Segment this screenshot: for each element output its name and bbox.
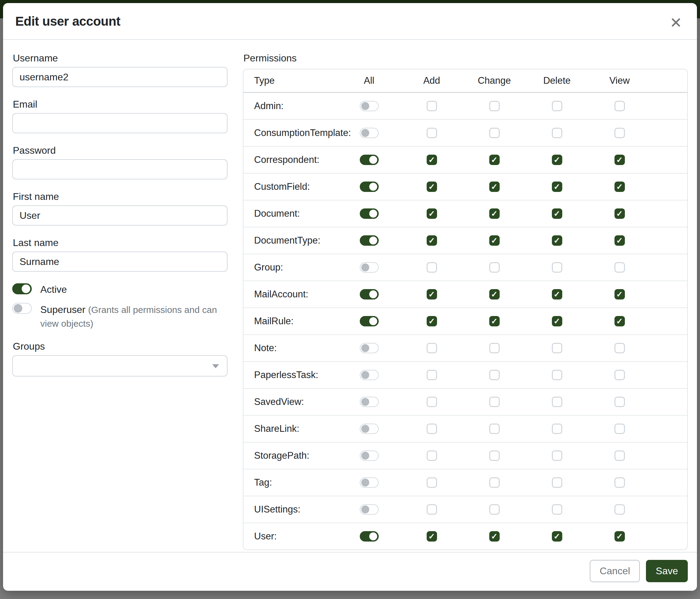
permission-change-checkbox[interactable] <box>489 504 500 514</box>
permission-view-checkbox[interactable] <box>615 477 625 488</box>
permission-add-checkbox[interactable] <box>427 235 437 246</box>
permission-add-checkbox[interactable] <box>427 262 437 272</box>
cancel-button[interactable]: Cancel <box>590 560 640 582</box>
permission-change-checkbox[interactable] <box>489 101 500 111</box>
permission-delete-checkbox[interactable] <box>552 209 562 219</box>
permission-all-toggle[interactable] <box>360 531 379 542</box>
permission-all-toggle[interactable] <box>360 209 379 219</box>
permission-all-toggle[interactable] <box>360 262 379 272</box>
permission-view-checkbox[interactable] <box>615 154 625 165</box>
permission-change-checkbox[interactable] <box>489 262 500 272</box>
permission-all-toggle[interactable] <box>360 235 379 246</box>
permission-delete-checkbox[interactable] <box>552 262 562 272</box>
permission-all-toggle[interactable] <box>360 343 379 353</box>
permission-change-checkbox[interactable] <box>489 209 500 219</box>
permission-add-checkbox[interactable] <box>427 343 437 353</box>
permission-view-checkbox[interactable] <box>615 397 625 407</box>
permission-view-checkbox[interactable] <box>615 451 625 461</box>
permission-delete-checkbox[interactable] <box>552 154 562 165</box>
permission-type-label: ShareLink: <box>254 423 338 434</box>
permission-add-checkbox[interactable] <box>427 451 437 461</box>
permission-all-toggle[interactable] <box>360 154 379 165</box>
permission-change-checkbox[interactable] <box>489 424 500 434</box>
permission-delete-checkbox[interactable] <box>552 128 562 138</box>
permission-delete-checkbox[interactable] <box>552 101 562 111</box>
permission-delete-checkbox[interactable] <box>552 504 562 514</box>
permission-add-checkbox[interactable] <box>427 154 437 165</box>
permission-change-checkbox[interactable] <box>489 477 500 488</box>
permission-delete-checkbox[interactable] <box>552 531 562 542</box>
permission-view-checkbox[interactable] <box>615 289 625 300</box>
permission-delete-checkbox[interactable] <box>552 477 562 488</box>
permission-change-checkbox[interactable] <box>489 451 500 461</box>
permission-delete-checkbox[interactable] <box>552 424 562 434</box>
permission-view-checkbox[interactable] <box>615 343 625 353</box>
permission-delete-checkbox[interactable] <box>552 343 562 353</box>
permission-all-toggle[interactable] <box>360 424 379 434</box>
save-button[interactable]: Save <box>646 560 688 582</box>
permission-add-checkbox[interactable] <box>427 289 437 300</box>
permission-all-toggle[interactable] <box>360 128 379 138</box>
permission-add-checkbox[interactable] <box>427 209 437 219</box>
permission-change-checkbox[interactable] <box>489 316 500 327</box>
permission-add-checkbox[interactable] <box>427 370 437 380</box>
permission-all-toggle[interactable] <box>360 289 379 300</box>
permission-view-checkbox[interactable] <box>615 235 625 246</box>
permission-change-checkbox[interactable] <box>489 154 500 165</box>
permission-delete-checkbox[interactable] <box>552 289 562 300</box>
permission-view-checkbox[interactable] <box>615 531 625 542</box>
permission-delete-checkbox[interactable] <box>552 397 562 407</box>
username-input[interactable] <box>12 67 227 87</box>
permission-change-checkbox[interactable] <box>489 235 500 246</box>
permission-change-checkbox[interactable] <box>489 128 500 138</box>
permission-delete-checkbox[interactable] <box>552 182 562 192</box>
permission-change-checkbox[interactable] <box>489 343 500 353</box>
column-header-all: All <box>338 75 400 86</box>
permission-change-checkbox[interactable] <box>489 370 500 380</box>
permission-delete-checkbox[interactable] <box>552 235 562 246</box>
permission-all-toggle[interactable] <box>360 316 379 327</box>
permission-change-checkbox[interactable] <box>489 289 500 300</box>
superuser-toggle[interactable] <box>12 303 32 314</box>
permission-add-checkbox[interactable] <box>427 101 437 111</box>
email-field[interactable] <box>12 113 227 133</box>
toggle-knob <box>369 183 377 191</box>
permission-delete-checkbox[interactable] <box>552 370 562 380</box>
permission-add-checkbox[interactable] <box>427 397 437 407</box>
first-name-input[interactable] <box>12 206 227 225</box>
permission-view-checkbox[interactable] <box>615 424 625 434</box>
permission-add-checkbox[interactable] <box>427 477 437 488</box>
permission-change-checkbox[interactable] <box>489 397 500 407</box>
permission-all-toggle[interactable] <box>360 451 379 461</box>
permission-change-checkbox[interactable] <box>489 182 500 192</box>
close-icon[interactable]: ✕ <box>665 12 686 33</box>
permission-view-checkbox[interactable] <box>615 209 625 219</box>
permission-delete-checkbox[interactable] <box>552 316 562 327</box>
permission-view-checkbox[interactable] <box>615 128 625 138</box>
permission-all-toggle[interactable] <box>360 504 379 514</box>
permission-view-checkbox[interactable] <box>615 504 625 514</box>
permission-all-toggle[interactable] <box>360 397 379 407</box>
groups-select[interactable] <box>12 355 227 377</box>
permission-add-checkbox[interactable] <box>427 504 437 514</box>
permission-all-toggle[interactable] <box>360 477 379 488</box>
permission-all-toggle[interactable] <box>360 182 379 192</box>
permission-add-checkbox[interactable] <box>427 424 437 434</box>
permission-view-checkbox[interactable] <box>615 182 625 192</box>
last-name-input[interactable] <box>12 251 227 272</box>
permission-add-checkbox[interactable] <box>427 128 437 138</box>
permission-add-checkbox[interactable] <box>427 316 437 327</box>
active-toggle[interactable] <box>12 283 32 294</box>
permission-change-checkbox[interactable] <box>489 531 500 542</box>
permission-add-checkbox[interactable] <box>427 531 437 542</box>
permission-all-toggle[interactable] <box>360 370 379 380</box>
permission-type-label: UISettings: <box>254 504 338 515</box>
permission-view-checkbox[interactable] <box>615 262 625 272</box>
permission-add-checkbox[interactable] <box>427 182 437 192</box>
password-field[interactable] <box>12 159 227 179</box>
permission-all-toggle[interactable] <box>360 101 379 111</box>
permission-view-checkbox[interactable] <box>615 101 625 111</box>
permission-delete-checkbox[interactable] <box>552 451 562 461</box>
permission-view-checkbox[interactable] <box>615 316 625 327</box>
permission-view-checkbox[interactable] <box>615 370 625 380</box>
